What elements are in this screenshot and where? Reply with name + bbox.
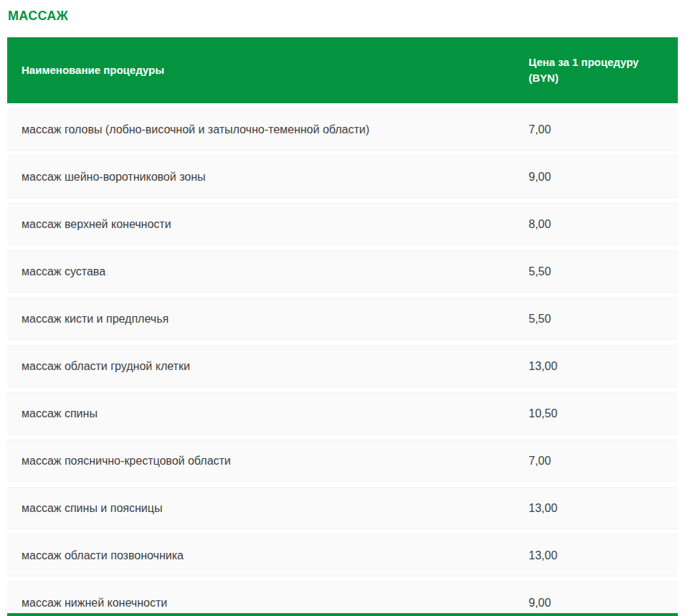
table-row: массаж кисти и предплечья 5,50 (7, 298, 678, 340)
section-title: МАССАЖ (8, 9, 678, 24)
procedure-name: массаж пояснично-крестцовой области (7, 455, 529, 468)
procedure-price: 13,00 (529, 502, 678, 515)
price-table: Наименование процедуры Цена за 1 процеду… (7, 37, 678, 616)
table-row: массаж верхней конечности 8,00 (7, 203, 678, 245)
procedure-name: массаж спины (7, 407, 529, 420)
column-header-price: Цена за 1 процедуру (BYN) (529, 55, 678, 86)
table-row: массаж спины и поясницы 13,00 (7, 487, 678, 529)
procedure-name: массаж области грудной клетки (7, 360, 529, 373)
procedure-price: 9,00 (529, 171, 678, 184)
table-row: массаж пояснично-крестцовой области 7,00 (7, 440, 678, 482)
table-body: массаж головы (лобно-височной и затылочн… (7, 108, 678, 616)
procedure-price: 13,00 (529, 360, 678, 373)
column-header-procedure: Наименование процедуры (7, 62, 529, 78)
table-row: массаж головы (лобно-височной и затылочн… (7, 108, 678, 151)
procedure-price: 10,50 (529, 407, 678, 420)
table-row: массаж спины 10,50 (7, 392, 678, 435)
procedure-price: 9,00 (529, 597, 678, 610)
column-header-price-label: Цена за 1 процедуру (BYN) (529, 55, 656, 86)
procedure-name: массаж верхней конечности (7, 218, 529, 231)
procedure-price: 8,00 (529, 218, 678, 231)
table-row: массаж области позвоночника 13,00 (7, 534, 678, 577)
table-row: массаж шейно-воротниковой зоны 9,00 (7, 156, 678, 198)
procedure-name: массаж нижней конечности (7, 597, 529, 610)
procedure-price: 7,00 (529, 455, 678, 468)
procedure-price: 5,50 (529, 313, 678, 326)
table-header-row: Наименование процедуры Цена за 1 процеду… (7, 37, 678, 103)
price-list-page: МАССАЖ Наименование процедуры Цена за 1 … (0, 0, 690, 616)
table-row: массаж нижней конечности 9,00 (7, 582, 678, 616)
next-section-header-edge (7, 613, 678, 616)
procedure-name: массаж спины и поясницы (7, 502, 529, 515)
table-row: массаж области грудной клетки 13,00 (7, 345, 678, 387)
procedure-name: массаж головы (лобно-височной и затылочн… (7, 123, 529, 136)
procedure-price: 13,00 (529, 549, 678, 562)
procedure-name: массаж кисти и предплечья (7, 313, 529, 326)
procedure-name: массаж шейно-воротниковой зоны (7, 171, 529, 184)
procedure-name: массаж области позвоночника (7, 549, 529, 562)
procedure-price: 5,50 (529, 265, 678, 278)
table-row: массаж сустава 5,50 (7, 250, 678, 293)
procedure-price: 7,00 (529, 123, 678, 136)
procedure-name: массаж сустава (7, 265, 529, 278)
